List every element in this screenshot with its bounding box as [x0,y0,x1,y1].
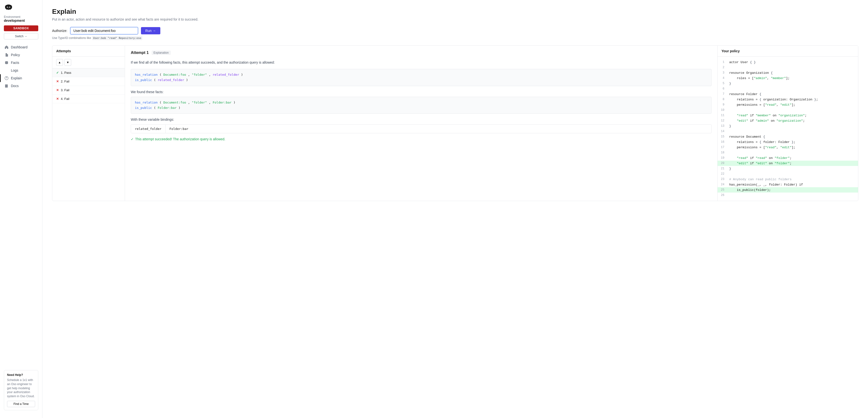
sidebar-item-facts-label: Facts [11,61,19,65]
next-attempt-button[interactable]: ▼ [64,59,71,66]
detail-tag: Explanation [152,50,171,55]
line-17: 17 permissions = ["read", "edit"]; [718,145,858,150]
attempt-4-label: 4. Fail [61,97,69,101]
sandbox-button[interactable]: SANDBOX [4,25,38,31]
run-button[interactable]: Run → [141,27,160,34]
success-message: ✓ This attempt succeeded! The authorizat… [131,137,712,141]
svg-point-3 [9,7,10,7]
page-title: Explain [52,8,858,15]
fail-icon-2: ✕ [56,79,59,83]
switch-button[interactable]: Switch → [4,33,38,39]
line-19: 19 "read" if "read" on "folder"; [718,155,858,161]
detail-panel: Attempt 1 Explanation If we find all of … [125,46,718,201]
authorize-label: Authorize: [52,29,67,33]
found-fact-1: has_relation ( Document:foo , "folder" ,… [135,100,707,105]
sidebar-item-policy-label: Policy [11,53,20,57]
found-facts-block: has_relation ( Document:foo , "folder" ,… [131,97,712,114]
sidebar-item-explain[interactable]: Explain [0,74,42,82]
sidebar-item-facts[interactable]: Facts [0,59,42,67]
svg-point-2 [7,7,7,7]
found-facts-label: We found these facts: [131,90,712,94]
attempt-item-3[interactable]: ✕ 3. Fail [52,86,125,95]
policy-header: Your policy [718,46,858,57]
svg-point-4 [8,8,9,8]
hint-text: Use Type/ID combinations like User:bob "… [52,36,858,40]
bindings-row: related_folder Folder:bar [131,125,711,133]
run-label: Run → [145,29,156,33]
line-18: 18 [718,150,858,155]
fail-icon-3: ✕ [56,88,59,92]
hint-code-example: User:bob "read" Repository:oso [92,36,143,40]
detail-header: Attempt 1 Explanation [131,50,712,55]
sidebar-item-docs-label: Docs [11,84,19,88]
sidebar-item-logs[interactable]: Logs [0,67,42,74]
policy-panel: Your policy 1actor User { } 2 3resource … [718,46,858,201]
sidebar-item-policy[interactable]: Policy [0,51,42,59]
home-icon [5,45,8,49]
main-nav: Dashboard Policy Facts Logs Explain [0,43,42,366]
line-22: 22 [718,171,858,177]
line-10: 10 [718,107,858,113]
pass-icon: ✓ [56,71,59,74]
authorize-input[interactable] [70,27,138,34]
file-text-icon [5,53,8,57]
line-1: 1actor User { } [718,60,858,65]
line-2: 2 [718,65,858,70]
found-fact-2: is_public ( Folder:bar ) [135,105,707,110]
binding-var: related_folder [131,125,166,133]
attempts-header: Attempts [52,46,125,57]
detail-intro: If we find all of the following facts, t… [131,60,712,65]
attempt-item-4[interactable]: ✕ 4. Fail [52,95,125,103]
attempt-list: ✓ 1. Pass ✕ 2. Fail ✕ 3. Fail ✕ 4. Fail [52,68,125,103]
page-subtitle: Put in an actor, action and resource to … [52,18,858,21]
database-icon [5,61,8,65]
line-6: 6 [718,86,858,92]
attempts-panel: Attempts ▲ ▼ ✓ 1. Pass ✕ 2. Fail ✕ 3. Fa… [52,46,125,201]
attempt-item-1[interactable]: ✓ 1. Pass [52,68,125,77]
detail-title: Attempt 1 [131,50,149,55]
attempts-nav: ▲ ▼ [52,57,125,68]
list-icon [5,68,8,72]
prev-attempt-button[interactable]: ▲ [56,59,63,66]
help-title: Need Help? [7,373,35,377]
attempt-2-label: 2. Fail [61,79,69,83]
sidebar-item-dashboard-label: Dashboard [11,45,28,49]
bindings-label: With these variable bindings: [131,117,712,121]
line-12: 12 "edit" if "admin" on "organization"; [718,118,858,124]
line-11: 11 "read" if "member" on "organization"; [718,113,858,118]
sidebar-item-logs-label: Logs [11,68,18,72]
attempt-1-label: 1. Pass [61,71,71,74]
help-card: Need Help? Schedule a 1x1 with an Oso en… [4,370,38,410]
attempt-item-2[interactable]: ✕ 2. Fail [52,77,125,86]
line-16: 16 relations = { folder: Folder }; [718,139,858,145]
sidebar-item-docs[interactable]: Docs [0,82,42,90]
content-area: Attempts ▲ ▼ ✓ 1. Pass ✕ 2. Fail ✕ 3. Fa… [52,45,858,201]
line-20: 20 "edit" if "edit" on "folder"; [718,161,858,166]
env-label: Environment: [4,15,38,19]
line-7: 7resource Folder { [718,92,858,97]
bindings-table: related_folder Folder:bar [131,124,712,133]
environment-info: Environment: development [0,15,42,25]
sidebar-item-dashboard[interactable]: Dashboard [0,43,42,51]
sidebar-item-explain-label: Explain [11,76,22,80]
line-9: 9 permissions = ["read", "edit"]; [718,102,858,107]
help-circle-icon [5,76,8,80]
logo [0,4,42,15]
check-icon: ✓ [131,137,134,141]
line-25: 25 is_public(folder); [718,187,858,193]
required-fact-2: is_public ( related_folder ) [135,77,707,83]
main-content: Explain Put in an actor, action and reso… [42,0,868,418]
sidebar: Environment: development SANDBOX Switch … [0,0,42,418]
line-24: 24has_permission(_, _, folder: Folder) i… [718,182,858,187]
book-icon [5,84,8,88]
line-21: 21} [718,166,858,171]
line-26: 26 [718,193,858,198]
line-15: 15resource Document { [718,134,858,139]
line-4: 4 roles = ["admin", "member"]; [718,75,858,81]
line-14: 14 [718,129,858,134]
attempt-3-label: 3. Fail [61,88,69,92]
find-time-button[interactable]: Find a Time [7,401,35,407]
required-fact-1: has_relation ( Document:foo , "folder" ,… [135,72,707,77]
help-text: Schedule a 1x1 with an Oso engineer to g… [7,378,35,398]
required-facts-block: has_relation ( Document:foo , "folder" ,… [131,69,712,86]
